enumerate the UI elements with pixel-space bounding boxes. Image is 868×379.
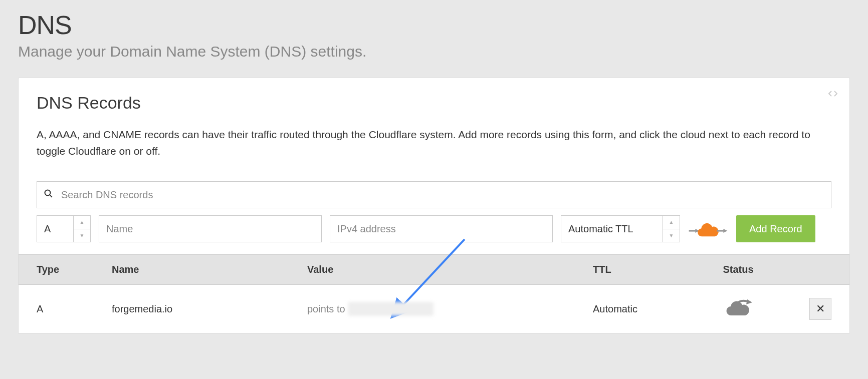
search-dns-records[interactable] <box>37 181 831 208</box>
delete-record-button[interactable]: ✕ <box>809 298 831 320</box>
close-icon: ✕ <box>816 302 825 315</box>
page-title: DNS <box>18 10 850 40</box>
svg-marker-5 <box>723 229 727 233</box>
cloud-proxy-toggle[interactable] <box>688 219 728 239</box>
col-name: Name <box>112 264 307 275</box>
svg-marker-8 <box>746 299 752 304</box>
api-icon[interactable] <box>828 90 837 99</box>
dns-records-table: Type Name Value TTL Status A forgemedia.… <box>19 254 849 333</box>
ttl-select[interactable]: Automatic TTL ▲▼ <box>561 215 680 242</box>
col-status: Status <box>698 264 778 275</box>
page-subtitle: Manage your Domain Name System (DNS) set… <box>18 43 850 60</box>
record-name-field[interactable] <box>99 215 322 242</box>
stepper-icon: ▲▼ <box>73 216 90 242</box>
svg-point-0 <box>45 190 51 196</box>
search-input[interactable] <box>61 182 824 208</box>
cell-type: A <box>37 303 112 315</box>
cell-value[interactable]: points to <box>307 302 593 316</box>
redacted-ip <box>348 302 433 316</box>
col-value: Value <box>307 264 593 275</box>
record-value-input[interactable] <box>337 216 545 242</box>
card-description: A, AAAA, and CNAME records can have thei… <box>37 127 831 159</box>
cell-ttl[interactable]: Automatic <box>593 303 698 315</box>
add-record-button[interactable]: Add Record <box>736 215 815 242</box>
record-value-field[interactable] <box>330 215 553 242</box>
cell-value-prefix: points to <box>307 303 345 315</box>
cell-name[interactable]: forgemedia.io <box>112 303 307 315</box>
card-title: DNS Records <box>37 93 831 113</box>
table-row: A forgemedia.io points to Automatic ✕ <box>19 285 849 333</box>
svg-line-1 <box>50 195 53 198</box>
cloud-off-icon <box>721 299 755 319</box>
stepper-icon: ▲▼ <box>663 216 680 242</box>
search-icon <box>44 189 53 200</box>
record-type-value: A <box>44 223 51 235</box>
col-type: Type <box>37 264 112 275</box>
record-name-input[interactable] <box>106 216 314 242</box>
cell-status[interactable] <box>698 299 778 319</box>
table-header: Type Name Value TTL Status <box>19 254 849 285</box>
ttl-value: Automatic TTL <box>568 223 633 235</box>
dns-records-card: DNS Records A, AAAA, and CNAME records c… <box>18 78 850 334</box>
col-ttl: TTL <box>593 264 698 275</box>
record-type-select[interactable]: A ▲▼ <box>37 215 91 242</box>
